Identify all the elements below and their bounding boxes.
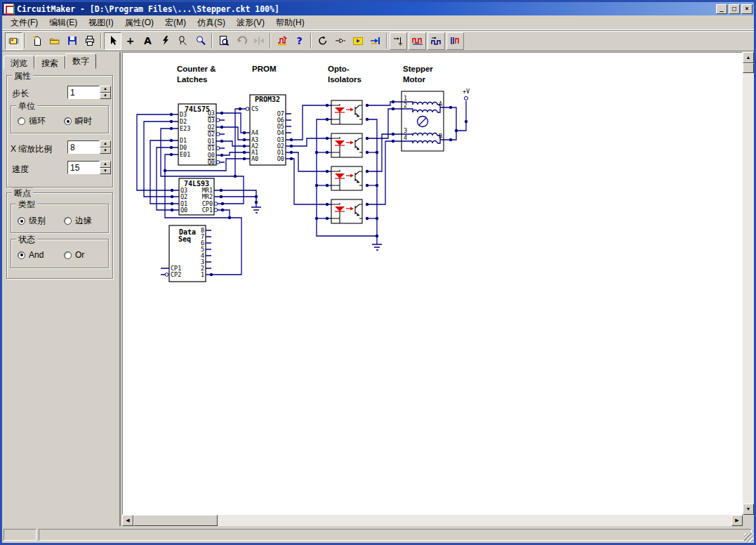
step-down-button[interactable]: ▼: [100, 93, 111, 100]
menu-wave[interactable]: 波形(V): [231, 15, 270, 30]
radio-type-level[interactable]: 级别: [18, 215, 46, 227]
wire-tool-button[interactable]: +: [121, 32, 139, 50]
speed-input[interactable]: [67, 161, 100, 174]
ic-74ls75[interactable]: 74LS75 D3 D2 E23 D1 D0 E01 Q3 Q3 Q2 Q2 Q…: [171, 104, 225, 166]
logic-display-button[interactable]: [446, 32, 464, 50]
vertical-scrollbar[interactable]: ▲ ▼: [743, 52, 754, 515]
trace-probe-button[interactable]: [390, 32, 407, 50]
probe-tool-button[interactable]: [174, 32, 192, 50]
zoom-tool-button[interactable]: [192, 32, 209, 50]
title-bar[interactable]: CircuitMaker - [D:\Program Files\...\Ste…: [2, 2, 754, 15]
opto-isolator-3[interactable]: [331, 166, 362, 190]
radio-unit-instant-label: 瞬时: [75, 115, 92, 127]
step-to-point-button[interactable]: [366, 32, 384, 50]
pin-label: D1: [180, 137, 187, 144]
print-button[interactable]: [81, 32, 98, 50]
horizontal-scroll-thumb[interactable]: [133, 515, 218, 526]
opto-isolator-2[interactable]: [331, 133, 362, 157]
section-labels: Counter & Latches PROM Opto- Isolators S…: [177, 65, 433, 84]
save-file-button[interactable]: [63, 32, 81, 50]
part-browser-button[interactable]: [5, 32, 22, 50]
pin-label: 4: [404, 134, 407, 141]
undo-button[interactable]: [232, 32, 250, 50]
speed-down-button[interactable]: ▼: [100, 168, 111, 175]
tab-digital[interactable]: 数字: [65, 53, 96, 69]
radio-type-edge[interactable]: 边缘: [64, 215, 92, 227]
x-scale-down-button[interactable]: ▼: [100, 147, 111, 155]
help-button[interactable]: ?: [291, 32, 308, 50]
stepper-motor[interactable]: 1 2 3 4 A B: [402, 91, 444, 151]
new-file-button[interactable]: [28, 32, 46, 50]
menu-macros[interactable]: 宏(M): [159, 15, 192, 30]
delete-tool-button[interactable]: [157, 32, 174, 50]
step-simulation-button[interactable]: [331, 32, 349, 50]
resize-grip[interactable]: [744, 533, 753, 542]
flip-button[interactable]: [250, 32, 267, 50]
vertical-scroll-thumb[interactable]: [743, 63, 754, 73]
magnifier-icon: [201, 41, 205, 45]
x-scale-up-button[interactable]: ▲: [100, 140, 111, 147]
step-up-button[interactable]: ▲: [100, 86, 111, 93]
select-tool-button[interactable]: [104, 32, 121, 50]
pin-label: Q0: [208, 152, 215, 159]
schematic-svg: Counter & Latches PROM Opto- Isolators S…: [123, 53, 743, 515]
menu-view[interactable]: 视图(I): [83, 15, 119, 30]
tab-browse[interactable]: 浏览: [4, 55, 34, 69]
menu-help[interactable]: 帮助(H): [270, 15, 310, 30]
menu-options[interactable]: 属性(O): [119, 15, 159, 30]
trace-probe-icon: [399, 37, 402, 45]
minimize-button[interactable]: _: [716, 4, 727, 14]
ground-icon: [372, 244, 382, 250]
reset-simulation-button[interactable]: [314, 32, 331, 50]
opto-isolator-1[interactable]: [331, 100, 362, 124]
pin-label: D2: [180, 118, 187, 125]
schematic-area: Counter & Latches PROM Opto- Isolators S…: [122, 52, 754, 526]
schematic-canvas[interactable]: Counter & Latches PROM Opto- Isolators S…: [122, 52, 743, 515]
horizontal-scrollbar[interactable]: ◀ ▶: [122, 515, 743, 526]
pin-label: O0: [277, 155, 284, 162]
probe-icon: [180, 41, 187, 45]
x-scale-spinbox: ▲▼: [67, 140, 111, 154]
opto-isolator-4[interactable]: [331, 199, 362, 223]
ic-dataseq[interactable]: Data Seq CP1 CP2 8 7 6 5 4 3 2 1: [161, 225, 211, 282]
toolbar-separator: [386, 33, 387, 48]
x-scale-input[interactable]: [67, 140, 100, 154]
scroll-up-button[interactable]: ▲: [743, 52, 754, 63]
menu-file[interactable]: 文件(F): [5, 15, 44, 30]
led-icon: [335, 206, 345, 211]
scroll-left-button[interactable]: ◀: [122, 515, 133, 526]
scroll-right-button[interactable]: ▶: [731, 515, 743, 526]
menu-simulation[interactable]: 仿真(S): [192, 15, 231, 30]
run-simulation-button[interactable]: [349, 32, 366, 50]
label-prom: PROM: [252, 65, 277, 73]
scroll-down-button[interactable]: ▼: [743, 504, 754, 515]
digital-waveforms-button[interactable]: [409, 32, 426, 50]
step-input[interactable]: [67, 86, 100, 99]
ic-74ls93[interactable]: 74LS93 Q3 Q2 Q1 Q0 MR1 MR2 CP0 CP1: [172, 178, 223, 215]
tab-search[interactable]: 搜索: [34, 55, 65, 69]
menu-edit[interactable]: 编辑(E): [44, 15, 83, 30]
radio-state-and[interactable]: And: [18, 250, 44, 260]
sim-edit-icon: [284, 37, 286, 39]
simulation-edit-button[interactable]: [273, 32, 291, 50]
probe-waveforms-button[interactable]: [427, 32, 445, 50]
save-floppy-icon: [69, 41, 75, 45]
radio-type-level-label: 级别: [29, 215, 46, 227]
open-file-button[interactable]: [46, 32, 63, 50]
radio-unit-cycle[interactable]: 循环: [18, 115, 46, 127]
radio-unit-instant[interactable]: 瞬时: [64, 115, 92, 127]
speed-up-button[interactable]: ▲: [100, 161, 111, 168]
zoom-fit-button[interactable]: [215, 32, 232, 50]
radio-state-or[interactable]: Or: [64, 250, 84, 260]
close-button[interactable]: ×: [741, 4, 752, 14]
text-tool-button[interactable]: A: [139, 32, 157, 50]
power-supply[interactable]: +V: [463, 88, 470, 100]
restore-button[interactable]: □: [729, 4, 740, 14]
label-opto: Opto-: [328, 65, 350, 73]
opto-isolators[interactable]: [331, 100, 362, 223]
type-legend: 类型: [16, 199, 37, 211]
pin-label: MR2: [202, 193, 213, 200]
ic-prom32[interactable]: PROM32 CS A4 A3 A2 A1 A0 O7 O6 O5 O4 O3 …: [240, 95, 291, 165]
ic-dataseq-title-2: Seq: [178, 235, 191, 243]
pin-label: E23: [180, 125, 190, 132]
